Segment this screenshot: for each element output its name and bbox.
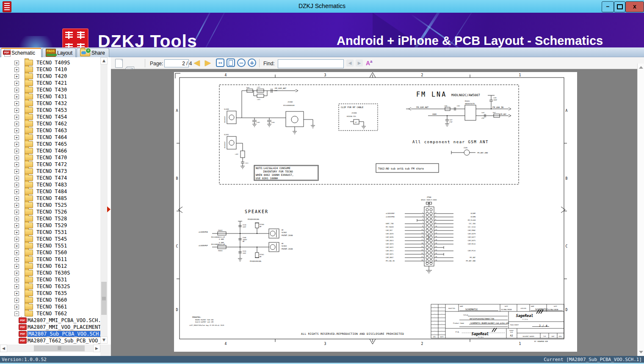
- expand-icon[interactable]: +: [14, 271, 19, 275]
- scroll-right-button[interactable]: ▶: [93, 345, 100, 352]
- tab-layout[interactable]: PADS Layout: [42, 48, 76, 57]
- expand-icon[interactable]: +: [14, 88, 19, 92]
- expand-icon[interactable]: +: [14, 169, 19, 174]
- tree-folder-item[interactable]: +TECNO T661: [0, 303, 100, 310]
- zoom-out-button[interactable]: −: [237, 58, 246, 67]
- expand-icon[interactable]: +: [14, 237, 19, 242]
- maximize-button[interactable]: [614, 1, 625, 12]
- expand-icon[interactable]: +: [14, 135, 19, 140]
- expand-icon[interactable]: +: [14, 196, 19, 201]
- tree-folder-item[interactable]: +TECNO T410: [0, 66, 100, 73]
- tree-folder-item[interactable]: +TECNO T551: [0, 242, 100, 249]
- expand-icon[interactable]: +: [14, 176, 19, 181]
- tree-document-item[interactable]: PDFMA2807_MMI_VOO_PLACEMENT: [0, 324, 100, 331]
- tab-share[interactable]: Share: [77, 48, 109, 57]
- tree-folder-item[interactable]: +TECNO T529: [0, 222, 100, 229]
- close-button[interactable]: x: [625, 1, 644, 12]
- tree-document-item[interactable]: PDFMA2807_T662_Sub_PCB_VOO_place: [0, 337, 100, 344]
- expand-icon[interactable]: +: [14, 128, 19, 133]
- tree-hscrollbar[interactable]: ◀ ▶: [0, 345, 100, 352]
- expand-icon[interactable]: +: [14, 61, 19, 65]
- scroll-thumb[interactable]: [101, 282, 107, 315]
- find-next-button[interactable]: ▶: [356, 59, 363, 67]
- collapse-icon[interactable]: −: [14, 311, 19, 316]
- next-page-button[interactable]: ▶: [205, 58, 211, 67]
- tree-folder-item[interactable]: +TECNO T464: [0, 134, 100, 141]
- tree-folder-item[interactable]: +TECNO T420: [0, 73, 100, 80]
- find-previous-button[interactable]: ◀: [346, 59, 354, 67]
- fit-page-button[interactable]: [227, 58, 235, 67]
- tree-folder-item[interactable]: +TECNO T474: [0, 175, 100, 181]
- expand-icon[interactable]: +: [14, 257, 19, 262]
- expand-icon[interactable]: +: [14, 189, 19, 194]
- tree-folder-item[interactable]: +TECNO T470: [0, 154, 100, 161]
- tree-folder-item[interactable]: +TECNO T485: [0, 195, 100, 202]
- expand-icon[interactable]: +: [14, 183, 19, 187]
- page-mode-single-button[interactable]: [115, 59, 123, 68]
- tree-folder-item[interactable]: +TECNO T545: [0, 236, 100, 242]
- expand-icon[interactable]: +: [14, 217, 19, 221]
- tree-folder-item[interactable]: +TECNO T531: [0, 229, 100, 236]
- scroll-thumb[interactable]: [34, 345, 85, 351]
- tree-document-item[interactable]: PDFMA2807_MMI_PCBA_VOO.SCH.1: [0, 317, 100, 324]
- scroll-up-icon[interactable]: [639, 66, 643, 69]
- tree-folder-item[interactable]: +TECNO T432: [0, 100, 100, 107]
- tree-folder-item[interactable]: +TECNO T483: [0, 181, 100, 188]
- expand-icon[interactable]: +: [14, 162, 19, 167]
- match-case-icon[interactable]: Aa: [366, 59, 372, 67]
- tree-folder-item[interactable]: +TECNO T409S: [0, 59, 100, 66]
- panel-collapse-arrow-icon[interactable]: [107, 206, 111, 212]
- fit-width-button[interactable]: ↔: [216, 58, 224, 67]
- scroll-up-button[interactable]: ▲: [100, 57, 108, 64]
- tree-folder-item[interactable]: +TECNO T635: [0, 290, 100, 297]
- zoom-in-button[interactable]: +: [248, 58, 256, 67]
- expand-icon[interactable]: +: [14, 264, 19, 269]
- tree-vscrollbar[interactable]: ▲ ▼: [100, 57, 108, 344]
- tree-folder-item[interactable]: +TECNO T466: [0, 147, 100, 154]
- tree-folder-item[interactable]: +TECNO T463: [0, 127, 100, 134]
- tree-folder-item[interactable]: +TECNO T430: [0, 86, 100, 93]
- scroll-down-icon[interactable]: [639, 351, 643, 353]
- expand-icon[interactable]: +: [14, 142, 19, 147]
- tree-folder-item[interactable]: +TECNO T611: [0, 256, 100, 263]
- expand-icon[interactable]: +: [14, 67, 19, 72]
- tree-folder-item[interactable]: +TECNO T462: [0, 120, 100, 127]
- tree-folder-item[interactable]: +TECNO T630S: [0, 270, 100, 276]
- tree-folder-item[interactable]: +TECNO T473: [0, 168, 100, 175]
- previous-page-button[interactable]: ◀: [194, 58, 200, 67]
- tree-folder-item[interactable]: +TECNO T525: [0, 202, 100, 208]
- page-number-input[interactable]: [164, 59, 189, 67]
- expand-icon[interactable]: +: [14, 244, 19, 248]
- tree-folder-item[interactable]: +TECNO T484: [0, 188, 100, 195]
- tree-folder-item[interactable]: +TECNO T632S: [0, 283, 100, 290]
- expand-icon[interactable]: +: [14, 115, 19, 119]
- tree-folder-item[interactable]: −TECNO T662: [0, 310, 100, 317]
- expand-icon[interactable]: +: [14, 298, 19, 303]
- expand-icon[interactable]: +: [14, 230, 19, 235]
- expand-icon[interactable]: +: [14, 149, 19, 153]
- tree-document-item[interactable]: PDFMA2807_Sub_PCBA_VOO.SCH.1: [0, 331, 100, 337]
- tree-folder-item[interactable]: +TECNO T454: [0, 114, 100, 120]
- tree-folder-item[interactable]: +TECNO T612: [0, 263, 100, 270]
- tree-folder-item[interactable]: +TECNO T560: [0, 249, 100, 256]
- tree-folder-item[interactable]: +TECNO T526: [0, 208, 100, 215]
- expand-icon[interactable]: +: [14, 250, 19, 255]
- viewer-vscrollbar[interactable]: [637, 64, 644, 356]
- scroll-left-button[interactable]: ◀: [0, 345, 7, 352]
- tree-folder-item[interactable]: +TECNO T631: [0, 276, 100, 283]
- tree-folder-item[interactable]: +TECNO T431: [0, 93, 100, 100]
- scroll-down-button[interactable]: ▼: [100, 336, 108, 344]
- expand-icon[interactable]: +: [14, 210, 19, 214]
- expand-icon[interactable]: +: [14, 223, 19, 228]
- expand-icon[interactable]: +: [14, 81, 19, 86]
- tree-folder-item[interactable]: +TECNO T421: [0, 80, 100, 86]
- expand-icon[interactable]: +: [14, 108, 19, 113]
- tree-folder-item[interactable]: +TECNO T660: [0, 297, 100, 303]
- tree-folder-item[interactable]: +TECNO T528: [0, 215, 100, 222]
- expand-icon[interactable]: +: [14, 203, 19, 208]
- find-input[interactable]: [278, 59, 344, 68]
- tree-folder-item[interactable]: +TECNO T465: [0, 141, 100, 147]
- expand-icon[interactable]: +: [14, 101, 19, 106]
- expand-icon[interactable]: +: [14, 284, 19, 289]
- schematic-page[interactable]: 43 21 43 21 AB CD AB CD: [174, 72, 577, 352]
